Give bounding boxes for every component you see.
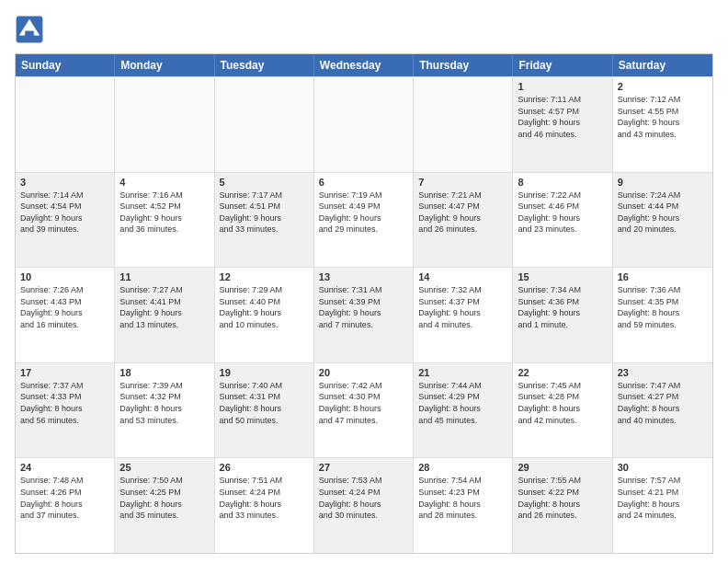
day-number: 26 xyxy=(220,462,309,473)
calendar-cell: 26Sunrise: 7:51 AM Sunset: 4:24 PM Dayli… xyxy=(215,458,314,553)
day-info: Sunrise: 7:54 AM Sunset: 4:23 PM Dayligh… xyxy=(418,475,507,521)
day-number: 30 xyxy=(618,462,708,473)
weekday-header-sunday: Sunday xyxy=(16,54,115,76)
logo xyxy=(15,15,48,44)
day-number: 8 xyxy=(518,177,607,188)
calendar-cell: 18Sunrise: 7:39 AM Sunset: 4:32 PM Dayli… xyxy=(115,363,214,458)
calendar-header: SundayMondayTuesdayWednesdayThursdayFrid… xyxy=(16,54,712,76)
calendar-row-2: 3Sunrise: 7:14 AM Sunset: 4:54 PM Daylig… xyxy=(16,172,712,268)
day-number: 25 xyxy=(119,462,209,473)
calendar-cell: 1Sunrise: 7:11 AM Sunset: 4:57 PM Daylig… xyxy=(513,77,612,172)
day-number: 5 xyxy=(220,177,309,188)
calendar-cell: 21Sunrise: 7:44 AM Sunset: 4:29 PM Dayli… xyxy=(414,363,513,458)
calendar-cell: 9Sunrise: 7:24 AM Sunset: 4:44 PM Daylig… xyxy=(613,173,712,268)
day-info: Sunrise: 7:17 AM Sunset: 4:51 PM Dayligh… xyxy=(220,190,309,236)
calendar-cell: 5Sunrise: 7:17 AM Sunset: 4:51 PM Daylig… xyxy=(215,173,314,268)
day-number: 1 xyxy=(518,81,607,92)
weekday-header-wednesday: Wednesday xyxy=(314,54,414,76)
day-info: Sunrise: 7:47 AM Sunset: 4:27 PM Dayligh… xyxy=(618,380,708,426)
day-number: 7 xyxy=(418,177,507,188)
calendar-cell: 30Sunrise: 7:57 AM Sunset: 4:21 PM Dayli… xyxy=(613,458,712,553)
day-number: 21 xyxy=(418,367,507,378)
calendar-row-1: 1Sunrise: 7:11 AM Sunset: 4:57 PM Daylig… xyxy=(16,76,712,172)
calendar-cell: 3Sunrise: 7:14 AM Sunset: 4:54 PM Daylig… xyxy=(16,173,115,268)
weekday-header-friday: Friday xyxy=(513,54,612,76)
calendar-cell: 17Sunrise: 7:37 AM Sunset: 4:33 PM Dayli… xyxy=(16,363,115,458)
weekday-header-monday: Monday xyxy=(115,54,214,76)
day-info: Sunrise: 7:26 AM Sunset: 4:43 PM Dayligh… xyxy=(20,284,109,330)
day-info: Sunrise: 7:53 AM Sunset: 4:24 PM Dayligh… xyxy=(319,475,408,521)
logo-icon xyxy=(15,15,44,44)
day-info: Sunrise: 7:21 AM Sunset: 4:47 PM Dayligh… xyxy=(418,190,507,236)
calendar-cell: 19Sunrise: 7:40 AM Sunset: 4:31 PM Dayli… xyxy=(215,363,314,458)
day-number: 13 xyxy=(319,271,408,282)
day-number: 17 xyxy=(20,367,109,378)
weekday-header-thursday: Thursday xyxy=(414,54,513,76)
calendar-cell xyxy=(115,77,214,172)
day-info: Sunrise: 7:40 AM Sunset: 4:31 PM Dayligh… xyxy=(220,380,309,426)
weekday-header-tuesday: Tuesday xyxy=(215,54,314,76)
day-number: 6 xyxy=(319,177,408,188)
weekday-header-saturday: Saturday xyxy=(613,54,712,76)
day-number: 12 xyxy=(220,271,309,282)
calendar-cell: 15Sunrise: 7:34 AM Sunset: 4:36 PM Dayli… xyxy=(513,268,612,362)
day-info: Sunrise: 7:32 AM Sunset: 4:37 PM Dayligh… xyxy=(418,284,507,330)
calendar-row-3: 10Sunrise: 7:26 AM Sunset: 4:43 PM Dayli… xyxy=(16,267,712,362)
day-number: 9 xyxy=(618,177,708,188)
calendar-cell: 10Sunrise: 7:26 AM Sunset: 4:43 PM Dayli… xyxy=(16,268,115,362)
day-info: Sunrise: 7:12 AM Sunset: 4:55 PM Dayligh… xyxy=(618,94,708,140)
day-number: 24 xyxy=(20,462,109,473)
calendar-cell: 14Sunrise: 7:32 AM Sunset: 4:37 PM Dayli… xyxy=(414,268,513,362)
day-info: Sunrise: 7:36 AM Sunset: 4:35 PM Dayligh… xyxy=(618,284,708,330)
day-number: 19 xyxy=(220,367,309,378)
calendar-cell xyxy=(314,77,414,172)
calendar-cell: 7Sunrise: 7:21 AM Sunset: 4:47 PM Daylig… xyxy=(414,173,513,268)
day-number: 11 xyxy=(119,271,209,282)
day-number: 27 xyxy=(319,462,408,473)
calendar-cell xyxy=(414,77,513,172)
calendar-cell: 8Sunrise: 7:22 AM Sunset: 4:46 PM Daylig… xyxy=(513,173,612,268)
day-number: 14 xyxy=(418,271,507,282)
day-number: 2 xyxy=(618,81,708,92)
day-info: Sunrise: 7:37 AM Sunset: 4:33 PM Dayligh… xyxy=(20,380,109,426)
day-number: 29 xyxy=(518,462,607,473)
day-number: 23 xyxy=(618,367,708,378)
calendar-cell: 13Sunrise: 7:31 AM Sunset: 4:39 PM Dayli… xyxy=(314,268,414,362)
day-info: Sunrise: 7:29 AM Sunset: 4:40 PM Dayligh… xyxy=(220,284,309,330)
day-info: Sunrise: 7:19 AM Sunset: 4:49 PM Dayligh… xyxy=(319,190,408,236)
calendar-cell xyxy=(215,77,314,172)
calendar-cell: 20Sunrise: 7:42 AM Sunset: 4:30 PM Dayli… xyxy=(314,363,414,458)
calendar-cell: 4Sunrise: 7:16 AM Sunset: 4:52 PM Daylig… xyxy=(115,173,214,268)
calendar-cell: 12Sunrise: 7:29 AM Sunset: 4:40 PM Dayli… xyxy=(215,268,314,362)
calendar-cell: 2Sunrise: 7:12 AM Sunset: 4:55 PM Daylig… xyxy=(613,77,712,172)
calendar-cell: 6Sunrise: 7:19 AM Sunset: 4:49 PM Daylig… xyxy=(314,173,414,268)
day-info: Sunrise: 7:24 AM Sunset: 4:44 PM Dayligh… xyxy=(618,190,708,236)
day-number: 10 xyxy=(20,271,109,282)
day-info: Sunrise: 7:57 AM Sunset: 4:21 PM Dayligh… xyxy=(618,475,708,521)
day-info: Sunrise: 7:51 AM Sunset: 4:24 PM Dayligh… xyxy=(220,475,309,521)
calendar-cell: 22Sunrise: 7:45 AM Sunset: 4:28 PM Dayli… xyxy=(513,363,612,458)
day-info: Sunrise: 7:14 AM Sunset: 4:54 PM Dayligh… xyxy=(20,190,109,236)
calendar-cell xyxy=(16,77,115,172)
day-info: Sunrise: 7:16 AM Sunset: 4:52 PM Dayligh… xyxy=(119,190,209,236)
day-info: Sunrise: 7:31 AM Sunset: 4:39 PM Dayligh… xyxy=(319,284,408,330)
calendar-row-4: 17Sunrise: 7:37 AM Sunset: 4:33 PM Dayli… xyxy=(16,362,712,458)
day-info: Sunrise: 7:50 AM Sunset: 4:25 PM Dayligh… xyxy=(119,475,209,521)
day-info: Sunrise: 7:48 AM Sunset: 4:26 PM Dayligh… xyxy=(20,475,109,521)
calendar-cell: 24Sunrise: 7:48 AM Sunset: 4:26 PM Dayli… xyxy=(16,458,115,553)
day-number: 22 xyxy=(518,367,607,378)
day-info: Sunrise: 7:27 AM Sunset: 4:41 PM Dayligh… xyxy=(119,284,209,330)
day-info: Sunrise: 7:45 AM Sunset: 4:28 PM Dayligh… xyxy=(518,380,607,426)
calendar-cell: 27Sunrise: 7:53 AM Sunset: 4:24 PM Dayli… xyxy=(314,458,414,553)
page: SundayMondayTuesdayWednesdayThursdayFrid… xyxy=(0,0,728,563)
calendar-cell: 11Sunrise: 7:27 AM Sunset: 4:41 PM Dayli… xyxy=(115,268,214,362)
calendar-cell: 23Sunrise: 7:47 AM Sunset: 4:27 PM Dayli… xyxy=(613,363,712,458)
day-info: Sunrise: 7:11 AM Sunset: 4:57 PM Dayligh… xyxy=(518,94,607,140)
day-info: Sunrise: 7:55 AM Sunset: 4:22 PM Dayligh… xyxy=(518,475,607,521)
calendar: SundayMondayTuesdayWednesdayThursdayFrid… xyxy=(15,53,713,554)
calendar-cell: 29Sunrise: 7:55 AM Sunset: 4:22 PM Dayli… xyxy=(513,458,612,553)
day-number: 4 xyxy=(119,177,209,188)
calendar-cell: 16Sunrise: 7:36 AM Sunset: 4:35 PM Dayli… xyxy=(613,268,712,362)
day-number: 15 xyxy=(518,271,607,282)
calendar-cell: 28Sunrise: 7:54 AM Sunset: 4:23 PM Dayli… xyxy=(414,458,513,553)
